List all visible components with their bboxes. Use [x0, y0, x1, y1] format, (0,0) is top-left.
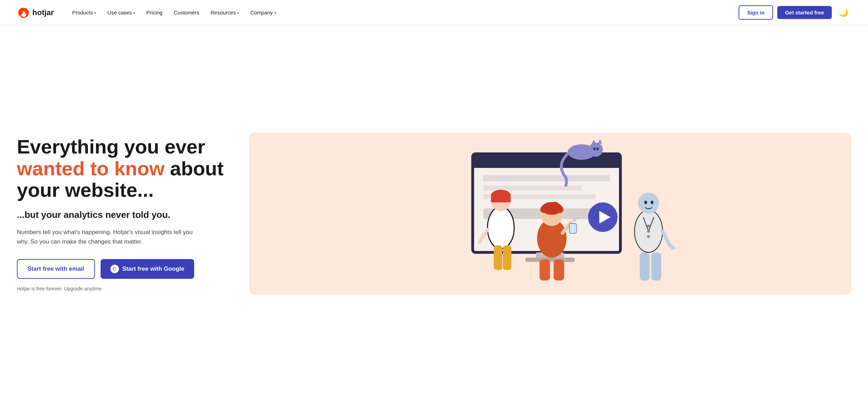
google-icon: G: [110, 265, 119, 273]
nav-actions: Sign in Get started free 🌙: [739, 5, 851, 20]
svg-point-43: [647, 225, 650, 227]
logo-wordmark: hotjar: [32, 8, 54, 17]
svg-point-47: [644, 201, 647, 204]
nav-use-cases[interactable]: Use cases ▾: [103, 7, 139, 18]
svg-rect-38: [640, 252, 650, 281]
svg-rect-24: [503, 245, 511, 270]
nav-company[interactable]: Company ▾: [246, 7, 280, 18]
hero-svg: [249, 133, 851, 295]
free-note: Hotjar is free forever. Upgrade anytime: [17, 286, 228, 291]
svg-point-33: [552, 202, 559, 209]
svg-rect-26: [554, 259, 564, 281]
start-email-button[interactable]: Start free with email: [17, 259, 95, 279]
hotjar-logo-icon: [17, 6, 30, 19]
nav-customers[interactable]: Customers: [170, 7, 204, 18]
logo[interactable]: hotjar: [17, 6, 54, 19]
svg-point-46: [638, 193, 659, 214]
hero-section: Everything you ever wanted to know about…: [0, 25, 868, 402]
svg-point-17: [596, 147, 599, 150]
navbar: hotjar Products ▾ Use cases ▾ Pricing Cu…: [0, 0, 868, 25]
svg-point-37: [577, 216, 580, 219]
hero-illustration: [249, 133, 851, 295]
svg-point-13: [589, 143, 603, 157]
get-started-button[interactable]: Get started free: [777, 6, 832, 19]
svg-point-36: [573, 218, 576, 222]
nav-products[interactable]: Products ▾: [68, 7, 100, 18]
nav-pricing[interactable]: Pricing: [142, 7, 167, 18]
dark-mode-toggle[interactable]: 🌙: [836, 7, 851, 19]
svg-point-18: [487, 207, 514, 249]
svg-point-44: [647, 230, 650, 233]
svg-point-48: [651, 201, 653, 204]
nav-links: Products ▾ Use cases ▾ Pricing Customers…: [68, 7, 739, 18]
sign-in-button[interactable]: Sign in: [739, 5, 773, 20]
chevron-down-icon: ▾: [133, 11, 135, 15]
svg-rect-25: [540, 259, 550, 281]
chevron-down-icon: ▾: [237, 11, 239, 15]
svg-point-16: [593, 147, 595, 150]
svg-rect-23: [494, 245, 502, 270]
svg-rect-3: [473, 161, 620, 168]
start-google-button[interactable]: G Start free with Google: [101, 259, 194, 279]
chevron-down-icon: ▾: [94, 11, 96, 15]
cta-buttons: Start free with email G Start free with …: [17, 259, 228, 279]
svg-point-45: [647, 235, 650, 238]
illustration-wrapper: [249, 133, 851, 295]
hero-content: Everything you ever wanted to know about…: [17, 136, 228, 291]
hero-subheading: ...but your analytics never told you.: [17, 209, 228, 220]
svg-point-32: [545, 202, 552, 209]
svg-rect-4: [483, 175, 610, 181]
svg-rect-39: [651, 252, 661, 281]
svg-rect-21: [491, 195, 511, 202]
chevron-down-icon: ▾: [274, 11, 276, 15]
svg-rect-9: [525, 258, 575, 262]
hero-heading: Everything you ever wanted to know about…: [17, 136, 228, 201]
svg-rect-35: [569, 224, 576, 233]
nav-resources[interactable]: Resources ▾: [206, 7, 243, 18]
hero-body-text: Numbers tell you what's happening. Hotja…: [17, 227, 200, 246]
